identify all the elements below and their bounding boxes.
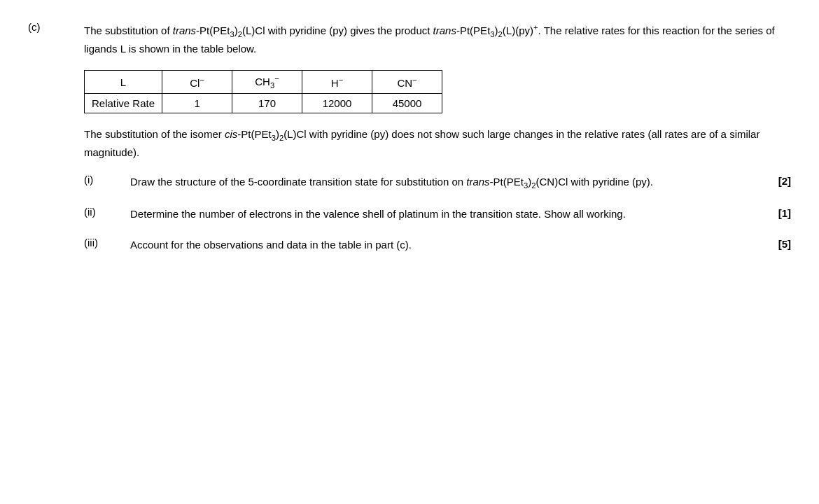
follow-paragraph: The substitution of the isomer cis-Pt(PE… (84, 126, 791, 161)
sub-i-text: Draw the structure of the 5-coordinate t… (130, 174, 764, 192)
data-table: L Cl− CH3− H− CN− Relative Rate 1 170 12… (84, 70, 442, 113)
sub-ii-text: Determine the number of electrons in the… (130, 206, 764, 223)
col-cl-header: Cl− (162, 71, 232, 94)
page-content: (c) The substitution of trans-Pt(PEt3)2(… (28, 21, 791, 267)
sub-i-label: (i) (84, 174, 119, 192)
col-cn-header: CN− (372, 71, 442, 94)
question-part-c: (c) The substitution of trans-Pt(PEt3)2(… (28, 21, 791, 267)
part-c-content: The substitution of trans-Pt(PEt3)2(L)Cl… (84, 21, 791, 267)
part-c-label: (c) (28, 21, 70, 267)
subquestion-iii: (iii) Account for the observations and d… (84, 237, 791, 253)
sub-iii-marks: [5] (778, 238, 791, 250)
table-data-row: Relative Rate 1 170 12000 45000 (85, 94, 442, 113)
sub-ii-label: (ii) (84, 206, 119, 223)
table-header-row: L Cl− CH3− H− CN− (85, 71, 442, 94)
subquestion-i: (i) Draw the structure of the 5-coordina… (84, 174, 791, 192)
relative-rate-label: Relative Rate (85, 94, 162, 113)
sub-iii-text: Account for the observations and data in… (130, 237, 764, 253)
subquestion-ii: (ii) Determine the number of electrons i… (84, 206, 791, 223)
val-cn: 45000 (372, 94, 442, 113)
col-ch3-header: CH3− (232, 71, 302, 94)
col-h-header: H− (302, 71, 372, 94)
sub-iii-label: (iii) (84, 237, 119, 253)
val-cl: 1 (162, 94, 232, 113)
val-ch3: 170 (232, 94, 302, 113)
sub-ii-marks: [1] (778, 207, 791, 219)
intro-paragraph: The substitution of trans-Pt(PEt3)2(L)Cl… (84, 21, 791, 57)
sub-i-marks: [2] (778, 175, 791, 187)
val-h: 12000 (302, 94, 372, 113)
col-l-header: L (85, 71, 162, 94)
